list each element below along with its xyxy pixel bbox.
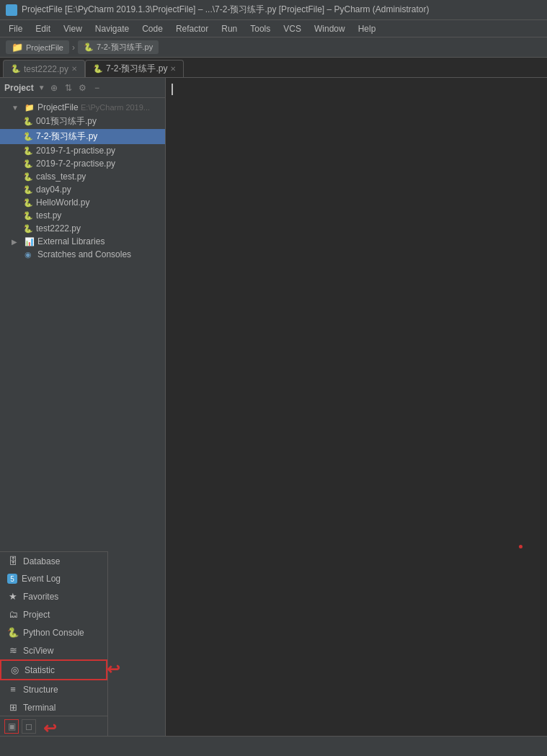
tab-test2222[interactable]: 🐍 test2222.py ✕ <box>3 60 85 77</box>
menu-item-edit[interactable]: Edit <box>30 22 56 35</box>
breadcrumb-projectfile[interactable]: 📁 ProjectFile <box>6 40 69 54</box>
favorites-icon: ★ <box>7 591 19 602</box>
tool-project[interactable]: 🗂 Project <box>0 605 107 623</box>
tree-item[interactable]: 🐍 2019-7-1-practise.py <box>0 144 165 157</box>
project-icon: 🗂 <box>7 609 19 620</box>
menu-item-window[interactable]: Window <box>308 22 351 35</box>
tool-statistic[interactable]: ◎ Statistic <box>0 659 107 680</box>
tree-item[interactable]: 🐍 HelloWorld.py <box>0 196 165 209</box>
event-log-icon: 5 <box>7 574 17 584</box>
py-icon: 🐍 <box>23 159 36 169</box>
terminal-icon: ⊞ <box>7 702 19 713</box>
editor-tabs: 🐍 test2222.py ✕ 🐍 7-2-预习练手.py ✕ <box>0 58 547 78</box>
tool-terminal[interactable]: ⊞ Terminal <box>0 698 107 716</box>
red-dot-marker <box>519 545 522 548</box>
tree-item[interactable]: 🐍 2019-7-2-practise.py <box>0 157 165 170</box>
tool-windows-panel: 🗄 Database 5 Event Log ★ Favorites 🗂 Pro… <box>0 551 108 734</box>
tree-item[interactable]: 🐍 001预习练手.py <box>0 114 165 129</box>
minimize-icon[interactable]: − <box>92 82 103 94</box>
strip-icon-right[interactable]: ◻ <box>22 719 36 734</box>
project-toolbar: Project ▼ ⊕ ⇅ ⚙ − <box>0 78 165 98</box>
py-icon: 🐍 <box>23 117 36 126</box>
structure-icon: ≡ <box>7 684 19 695</box>
settings-icon[interactable]: ⚙ <box>77 82 89 94</box>
close-tab-test2222[interactable]: ✕ <box>71 65 77 73</box>
tree-item[interactable]: 🐍 test.py <box>0 209 165 222</box>
tool-database[interactable]: 🗄 Database <box>0 552 107 570</box>
tree-item[interactable]: 🐍 7-2-预习练手.py <box>0 129 165 144</box>
menu-item-vcs[interactable]: VCS <box>277 22 307 35</box>
scratches-icon: ◉ <box>25 250 37 259</box>
tab-7-2-file[interactable]: 🐍 7-2-预习练手.py ✕ <box>85 60 184 77</box>
statistic-icon: ◎ <box>9 664 20 675</box>
tree-item[interactable]: 🐍 day04.py <box>0 183 165 196</box>
add-icon[interactable]: ⊕ <box>48 82 60 94</box>
menu-item-file[interactable]: File <box>3 22 28 35</box>
tool-structure[interactable]: ≡ Structure <box>0 680 107 698</box>
window-title: ProjectFile [E:\PyCharm 2019.1.3\Project… <box>22 4 430 16</box>
py-icon-active: 🐍 <box>93 64 103 74</box>
menu-item-refactor[interactable]: Refactor <box>170 22 214 35</box>
menu-bar: FileEditViewNavigateCodeRefactorRunTools… <box>0 20 547 37</box>
tool-python-console[interactable]: 🐍 Python Console <box>0 623 107 641</box>
menu-item-run[interactable]: Run <box>215 22 243 35</box>
py-icon: 🐍 <box>23 224 36 234</box>
collapse-icon: ▼ <box>12 104 25 112</box>
tree-item[interactable]: 🐍 test2222.py <box>0 222 165 235</box>
app-icon <box>6 4 17 16</box>
py-icon: 🐍 <box>23 172 36 182</box>
statistic-arrow-annotation: ↩ <box>107 660 120 679</box>
menu-item-code[interactable]: Code <box>136 22 169 35</box>
library-icon: 📊 <box>25 237 37 246</box>
tree-external-libraries[interactable]: ▶ 📊 External Libraries <box>0 235 165 248</box>
breadcrumb-file[interactable]: 🐍 7-2-预习练手.py <box>78 40 159 54</box>
menu-item-help[interactable]: Help <box>352 22 382 35</box>
text-cursor <box>172 84 173 95</box>
folder-icon: 📁 <box>12 42 23 53</box>
tree-root[interactable]: ▼ 📁 ProjectFile E:\PyCharm 2019... <box>0 101 165 114</box>
project-label: Project <box>4 83 34 93</box>
strip-icon-left[interactable]: ▣ <box>4 719 19 734</box>
editor-area[interactable] <box>166 78 547 756</box>
py-icon: 🐍 <box>23 198 36 208</box>
tool-event-log[interactable]: 5 Event Log <box>0 570 107 587</box>
sciview-icon: ≋ <box>7 645 19 656</box>
py-icon: 🐍 <box>23 146 36 156</box>
menu-item-view[interactable]: View <box>58 22 88 35</box>
tab-bar: 📁 ProjectFile › 🐍 7-2-预习练手.py <box>0 37 547 58</box>
close-tab-7-2[interactable]: ✕ <box>170 65 176 73</box>
sync-icon[interactable]: ⇅ <box>63 82 74 94</box>
status-bar <box>0 736 547 756</box>
py-icon: 🐍 <box>23 132 36 141</box>
py-icon: 🐍 <box>11 64 21 74</box>
tree-scratches[interactable]: ◉ Scratches and Consoles <box>0 248 165 261</box>
expand-icon: ▶ <box>12 238 25 246</box>
py-icon: 🐍 <box>23 211 36 221</box>
breadcrumb: 📁 ProjectFile › 🐍 7-2-预习练手.py <box>6 40 159 54</box>
menu-item-navigate[interactable]: Navigate <box>89 22 135 35</box>
py-icon: 🐍 <box>84 43 94 52</box>
folder-icon: 📁 <box>25 103 37 112</box>
tree-item[interactable]: 🐍 calss_test.py <box>0 170 165 183</box>
database-icon: 🗄 <box>7 556 19 566</box>
menu-item-tools[interactable]: Tools <box>244 22 276 35</box>
project-dropdown[interactable]: ▼ <box>38 84 45 92</box>
tool-favorites[interactable]: ★ Favorites <box>0 587 107 605</box>
title-bar: ProjectFile [E:\PyCharm 2019.1.3\Project… <box>0 0 547 20</box>
tool-sciview[interactable]: ≋ SciView <box>0 641 107 659</box>
python-console-icon: 🐍 <box>7 627 19 638</box>
py-icon: 🐍 <box>23 185 36 195</box>
